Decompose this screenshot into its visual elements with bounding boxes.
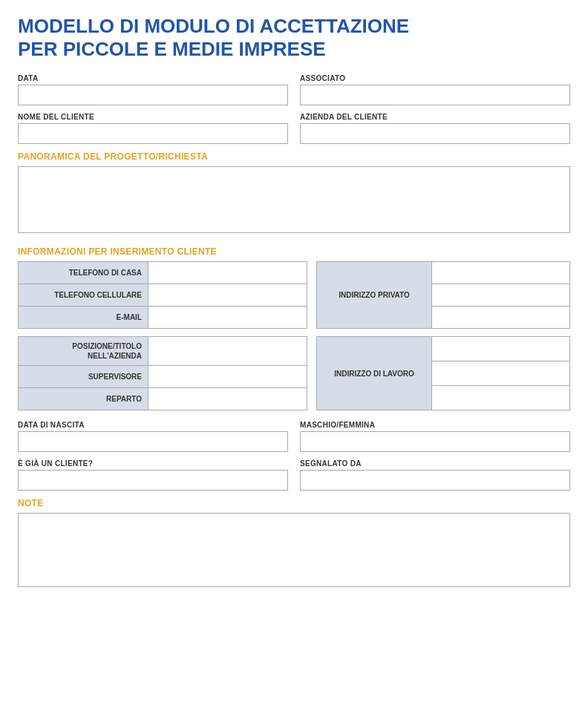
data-input[interactable] <box>18 85 288 105</box>
telefono-cellulare-input[interactable] <box>148 284 307 306</box>
reparto-label: REPARTO <box>19 388 148 410</box>
nome-cliente-label: NOME DEL CLIENTE <box>18 113 288 121</box>
info-title: INFORMAZIONI PER INSERIMENTO CLIENTE <box>18 246 570 257</box>
email-label: E-MAIL <box>19 307 148 329</box>
indirizzo-privato-table: INDIRIZZO PRIVATO <box>316 261 570 329</box>
data-label: DATA <box>18 74 288 82</box>
panoramica-title: PANORAMICA DEL PROGETTO/RICHIESTA <box>18 151 570 162</box>
indirizzo-lavoro-input-3[interactable] <box>432 386 569 410</box>
maschio-femmina-label: MASCHIO/FEMMINA <box>300 421 570 429</box>
indirizzo-lavoro-input-2[interactable] <box>432 361 569 385</box>
telefono-casa-label: TELEFONO DI CASA <box>19 262 148 284</box>
page-title: MODELLO DI MODULO DI ACCETTAZIONE PER PI… <box>18 15 570 61</box>
indirizzo-privato-input-1[interactable] <box>432 262 569 284</box>
data-nascita-input[interactable] <box>18 431 288 452</box>
indirizzo-privato-input-2[interactable] <box>432 284 569 306</box>
nome-cliente-input[interactable] <box>18 123 288 144</box>
panoramica-textarea[interactable] <box>18 166 570 233</box>
posizione-input[interactable] <box>148 337 307 365</box>
telefono-cellulare-label: TELEFONO CELLULARE <box>19 284 148 307</box>
segnalato-input[interactable] <box>300 470 570 491</box>
azienda-cliente-label: AZIENDA DEL CLIENTE <box>300 113 570 121</box>
note-title: NOTE <box>18 498 570 508</box>
reparto-input[interactable] <box>148 388 307 410</box>
gia-cliente-input[interactable] <box>18 470 288 491</box>
indirizzo-privato-label: INDIRIZZO PRIVATO <box>317 262 432 329</box>
associato-input[interactable] <box>300 85 570 105</box>
azienda-cliente-input[interactable] <box>300 123 570 144</box>
indirizzo-lavoro-input-1[interactable] <box>432 337 569 361</box>
supervisore-label: SUPERVISORE <box>19 366 148 388</box>
gia-cliente-label: È GIÀ UN CLIENTE? <box>18 459 288 468</box>
supervisore-input[interactable] <box>148 366 307 387</box>
posizione-label: POSIZIONE/TITOLO NELL'AZIENDA <box>19 337 148 366</box>
associato-label: ASSOCIATO <box>300 74 570 82</box>
segnalato-label: SEGNALATO DA <box>300 459 570 468</box>
note-textarea[interactable] <box>18 513 570 587</box>
contact-table: TELEFONO DI CASA TELEFONO CELLULARE E-MA… <box>18 261 307 329</box>
indirizzo-lavoro-label: INDIRIZZO DI LAVORO <box>317 337 432 410</box>
maschio-femmina-input[interactable] <box>300 431 570 452</box>
data-nascita-label: DATA DI NASCITA <box>18 421 288 429</box>
email-input[interactable] <box>148 307 307 328</box>
telefono-casa-input[interactable] <box>148 262 307 284</box>
indirizzo-privato-input-3[interactable] <box>432 307 569 328</box>
work-info-table: POSIZIONE/TITOLO NELL'AZIENDA SUPERVISOR… <box>18 336 307 410</box>
indirizzo-lavoro-table: INDIRIZZO DI LAVORO <box>316 336 570 410</box>
